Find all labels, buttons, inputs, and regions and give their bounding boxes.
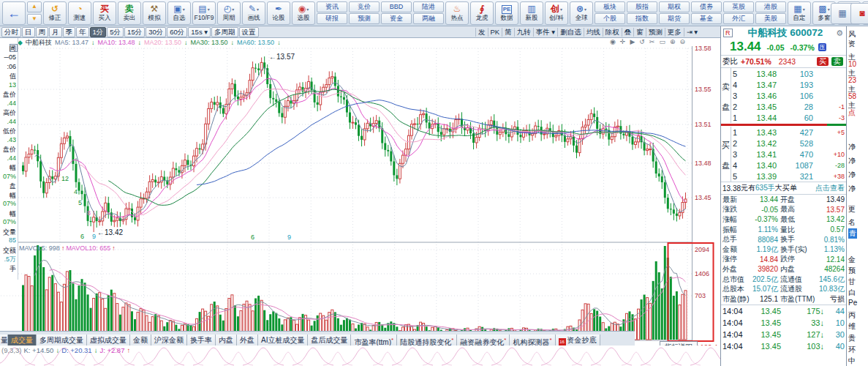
chart-option-7[interactable]: 除权 [603,28,622,37]
bbd-funds-top-button[interactable]: BBD [381,1,412,12]
correct-button[interactable]: ↺修正 [43,1,67,25]
watchlist-button[interactable]: ▣▾自选 [167,1,191,25]
ipo-button[interactable]: ▥新股 [520,1,543,25]
hotspot-button[interactable]: ♨热点 [445,1,469,25]
chart-option-3[interactable]: 九转 [514,28,533,37]
custom-layout-button[interactable]: ▦▾自定 [788,1,811,25]
indicator-tab-9[interactable]: 盘后成交量 [308,335,351,346]
chuangke-button[interactable]: 创▾创/科 [545,1,568,25]
period-tab-9[interactable]: 30分 [146,27,166,37]
indicator-tab-4[interactable]: 沪深金额 [151,335,187,346]
volume-axis-label: 1406 [695,270,709,277]
indicator-tab-10[interactable]: 市盈率(ttm)* [351,335,397,346]
period-tab-7[interactable]: 5分 [107,27,124,37]
period-tab-5[interactable]: 年 [76,27,89,37]
back-button[interactable]: ← [2,1,26,25]
period-tab-13[interactable]: 设置 [239,27,259,37]
indicator-tab-3[interactable]: 金额 [130,335,151,346]
sell-button[interactable]: 卖卖出 [118,1,141,25]
indicator-tab-5[interactable]: 换手率 [187,335,216,346]
global-button[interactable]: ⊛▾全球 [570,1,593,25]
chart-option-6[interactable]: 均线 [584,28,603,37]
indicator-tab-6[interactable]: 内盘 [216,335,237,346]
period-tab-6[interactable]: 1分 [90,27,107,37]
chart-option-12[interactable]: ⇥ ▾ [684,28,700,37]
eye-icon[interactable]: ◉ [610,38,620,45]
data-button[interactable]: PE数据 [495,1,518,25]
zoom-in-icon[interactable]: ⊕ [670,38,680,45]
cut-icon[interactable]: ✂ [649,38,660,45]
stockindex-index-bottom-button[interactable]: 指数 [627,13,657,24]
sector-stock-bottom-button[interactable]: 个股 [595,13,625,24]
period-tab-11[interactable]: 15s ▾ [188,27,211,37]
period-button[interactable]: ◴▾周期 [217,1,241,25]
kdj-value: ↑ [127,346,130,354]
chart-option-8[interactable]: 叠 [622,28,634,37]
period-tab-12[interactable]: 多周期 [211,27,238,37]
sector-stock-top-button[interactable]: 板块 [595,1,625,12]
chart-option-10[interactable]: 预测 [646,28,665,37]
chart-option-9[interactable]: 窗 [633,28,646,37]
indicator-tab-1[interactable]: 多周期成交量 [37,335,87,346]
news-research-bottom-button[interactable]: 研报 [317,13,347,24]
hand-icon[interactable]: ✛ [620,38,630,45]
period-tab-4[interactable]: 季 [63,27,76,37]
indicator-tab-14[interactable]: 16资金抄底 [556,335,600,346]
corner-alert-button[interactable]: ◙ [850,3,868,24]
view-link[interactable]: 点击查看 [815,183,845,193]
screener-button[interactable]: ◉▾选股 [292,1,315,25]
indicator-tab-11[interactable]: 陆股通持股变化* [397,335,457,346]
gear-icon[interactable]: ⚙ [836,29,843,38]
chart-option-5[interactable]: 删自选 [557,28,584,37]
bbd-funds-bottom-button[interactable]: 资金 [381,13,412,24]
chart-option-11[interactable]: 更多 [665,28,684,37]
indicator-tab-12[interactable]: 融资融券变化* [457,335,510,346]
chart-option-0[interactable]: 发 [475,28,488,37]
period-tab-0[interactable]: 分时 [1,27,21,37]
bond-fund-top-button[interactable]: 债券 [691,1,722,12]
buy-button[interactable]: 买 [817,57,829,66]
news-research-top-button[interactable]: 资讯 [317,1,347,12]
drawline-button[interactable]: ✎▾画线 [242,1,265,25]
auction-forecast-bottom-button[interactable]: 预测 [349,13,380,24]
scroll-up-button[interactable]: ▲ [27,1,42,12]
dragon-tiger-button[interactable]: ∮龙虎 [470,1,494,25]
indicator-tab-2[interactable]: 虚拟成交量 [87,335,130,346]
lugang-margin-bottom-button[interactable]: 两融 [413,13,444,24]
chart-option-2[interactable]: 简 [502,28,514,37]
f10-button[interactable]: ▤▾F10/F9 [192,1,216,25]
forum-button[interactable]: ✒论股 [267,1,290,25]
undo-icon[interactable]: ↺ [639,38,649,45]
options-futures-bottom-button[interactable]: 期货 [659,13,690,24]
uk-forex-top-button[interactable]: 英股 [723,1,754,12]
auction-forecast-top-button[interactable]: 竞价 [349,1,380,12]
stockindex-index-top-button[interactable]: 股指 [627,1,657,12]
period-tab-8[interactable]: 15分 [124,27,145,37]
chart-option-1[interactable]: PK [488,28,502,37]
chart-option-4[interactable]: 事件 ▾ [533,28,557,37]
period-tab-2[interactable]: 周 [36,27,49,37]
hk-us-top-button[interactable]: 港股 [755,1,786,12]
indicator-tab-8[interactable]: AI立桩成交量 [258,335,308,346]
bond-fund-bottom-button[interactable]: 基金 [691,13,722,24]
hk-us-bottom-button[interactable]: 美股 [755,13,786,24]
options-futures-top-button[interactable]: 期权 [659,1,690,12]
scroll-down-button[interactable]: ▼ [27,14,42,25]
indicator-tab-stub[interactable]: 量 [0,335,8,346]
simulate-button[interactable]: ⚒模拟 [143,1,166,25]
buy-button[interactable]: 买买入 [93,1,116,25]
speed-button[interactable]: ◔测速 [68,1,91,25]
lugang-margin-top-button[interactable]: 陆港 [413,1,444,12]
sell-button[interactable]: 卖 [831,57,843,66]
zoom-out-icon[interactable]: ⊖ [679,38,690,45]
indicator-tab-0[interactable]: 成交量 [8,335,37,346]
play-icon[interactable]: ▶ [630,38,639,45]
uk-forex-bottom-button[interactable]: 外汇 [723,13,754,24]
period-tab-10[interactable]: 60分 [167,27,187,37]
indicator-tab-7[interactable]: 外盘 [237,335,258,346]
window-icon[interactable]: ▭ [659,38,670,45]
indicator-tab-13[interactable]: 机构探测器* [510,335,555,346]
period-tab-1[interactable]: 日 [22,27,35,37]
candlestick-chart[interactable]: 13.5813.5513.5113.4813.45209414067031245… [0,46,720,366]
period-tab-3[interactable]: 月 [49,27,62,37]
